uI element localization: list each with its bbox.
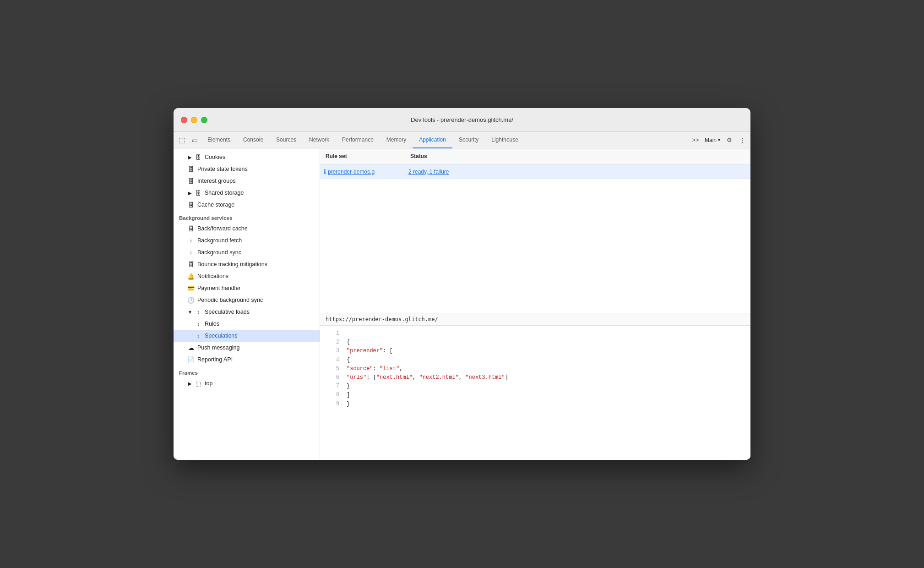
window-title: DevTools - prerender-demos.glitch.me/ <box>411 116 513 123</box>
speculations-icon: ↕ <box>195 332 202 339</box>
line-num-1: 1 <box>326 329 339 338</box>
sidebar-item-label: Background fetch <box>197 237 242 244</box>
top-frame-icon: ⬚ <box>195 380 202 387</box>
sidebar-item-payment-handler[interactable]: 💳 Payment handler <box>174 282 320 294</box>
more-options-button[interactable]: ⋮ <box>736 134 749 147</box>
devtools-tab-bar: ⬚ ▭ Elements Console Sources Network Per… <box>174 132 750 148</box>
sidebar-item-interest-groups[interactable]: 🗄 Interest groups <box>174 175 320 187</box>
sidebar-item-speculations[interactable]: ↕ Speculations <box>174 330 320 342</box>
table-header: Rule set Status <box>320 148 750 164</box>
sidebar-item-shared-storage[interactable]: 🗄 Shared storage <box>174 187 320 199</box>
line-content-6: "urls": ["next.html", "next2.html", "nex… <box>347 373 508 382</box>
sidebar-item-label: Back/forward cache <box>197 225 248 232</box>
reporting-api-icon: 📄 <box>187 356 195 363</box>
sidebar-item-label: Payment handler <box>197 285 241 291</box>
close-button[interactable] <box>181 117 187 123</box>
line-content-7: } <box>347 382 350 391</box>
inspector-icon[interactable]: ⬚ <box>175 134 188 147</box>
col-ruleset-header: Rule set <box>320 151 405 161</box>
sidebar-item-top[interactable]: ⬚ top <box>174 377 320 389</box>
json-code-area[interactable]: 1 2 { 3 "prerender": [ 4 <box>320 326 750 460</box>
line-content-5: "source": "list", <box>347 365 402 373</box>
settings-button[interactable]: ⚙ <box>723 134 736 147</box>
tab-elements[interactable]: Elements <box>201 132 237 148</box>
sidebar-item-label: Speculative loads <box>205 309 250 315</box>
tab-memory[interactable]: Memory <box>380 132 413 148</box>
sidebar-item-notifications[interactable]: 🔔 Notifications <box>174 270 320 282</box>
periodic-bg-sync-icon: 🕐 <box>187 296 195 304</box>
sidebar-item-cache-storage[interactable]: 🗄 Cache storage <box>174 199 320 211</box>
main-selector[interactable]: Main ▾ <box>702 136 723 144</box>
device-toolbar-icon[interactable]: ▭ <box>188 134 201 147</box>
tab-lighthouse[interactable]: Lighthouse <box>485 132 525 148</box>
back-forward-cache-icon: 🗄 <box>187 225 195 232</box>
tab-sources[interactable]: Sources <box>270 132 303 148</box>
line-num-8: 8 <box>326 391 339 399</box>
speculative-loads-arrow <box>187 309 193 315</box>
sidebar-item-label: Cache storage <box>197 202 234 208</box>
line-content-8: ] <box>347 391 350 399</box>
devtools-body: 🗄 Cookies 🗄 Private state tokens 🗄 Inter… <box>174 148 750 460</box>
tab-application[interactable]: Application <box>413 132 452 148</box>
background-services-header: Background services <box>174 211 320 223</box>
sidebar-item-label: Push messaging <box>197 344 239 351</box>
private-state-tokens-icon: 🗄 <box>187 165 195 173</box>
sidebar-item-label: Bounce tracking mitigations <box>197 261 267 268</box>
line-content-2: { <box>347 338 350 347</box>
sidebar-item-bounce-tracking[interactable]: 🗄 Bounce tracking mitigations <box>174 258 320 270</box>
code-line-5: 5 "source": "list", <box>320 365 750 373</box>
minimize-button[interactable] <box>191 117 197 123</box>
tab-performance[interactable]: Performance <box>336 132 380 148</box>
json-area: https://prerender-demos.glitch.me/ 1 2 {… <box>320 313 750 460</box>
tab-console[interactable]: Console <box>237 132 270 148</box>
sidebar-item-label: Cookies <box>205 154 225 160</box>
code-line-2: 2 { <box>320 338 750 347</box>
line-num-7: 7 <box>326 382 339 391</box>
cell-ruleset: ℹ prerender-demos.g <box>320 166 405 177</box>
cookies-icon: 🗄 <box>195 153 202 161</box>
shared-storage-arrow <box>187 190 193 196</box>
code-line-8: 8 ] <box>320 391 750 399</box>
sidebar-item-rules[interactable]: ↕ Rules <box>174 318 320 330</box>
sidebar-item-push-messaging[interactable]: ☁ Push messaging <box>174 342 320 354</box>
ruleset-link[interactable]: prerender-demos.g <box>328 169 375 175</box>
cell-status: 2 ready, 1 failure <box>405 167 750 177</box>
tab-network[interactable]: Network <box>303 132 336 148</box>
sidebar-item-cookies[interactable]: 🗄 Cookies <box>174 151 320 163</box>
maximize-button[interactable] <box>201 117 207 123</box>
sidebar-item-label: Interest groups <box>197 178 235 184</box>
push-messaging-icon: ☁ <box>187 344 195 351</box>
sidebar-item-label: Background sync <box>197 249 241 256</box>
sidebar-item-periodic-background-sync[interactable]: 🕐 Periodic background sync <box>174 294 320 306</box>
more-tabs-button[interactable]: >> <box>689 134 702 147</box>
code-line-7: 7 } <box>320 382 750 391</box>
sidebar-item-private-state-tokens[interactable]: 🗄 Private state tokens <box>174 163 320 175</box>
background-sync-icon: ↕ <box>187 249 195 256</box>
line-num-6: 6 <box>326 373 339 382</box>
sidebar-item-background-fetch[interactable]: ↕ Background fetch <box>174 235 320 246</box>
sidebar-item-label: Notifications <box>197 273 228 279</box>
sidebar-item-back-forward-cache[interactable]: 🗄 Back/forward cache <box>174 223 320 235</box>
code-line-9: 9 } <box>320 400 750 409</box>
interest-groups-icon: 🗄 <box>187 177 195 185</box>
sidebar-item-reporting-api[interactable]: 📄 Reporting API <box>174 354 320 366</box>
code-line-3: 3 "prerender": [ <box>320 347 750 355</box>
sidebar-item-label: top <box>205 380 212 387</box>
sidebar-item-background-sync[interactable]: ↕ Background sync <box>174 246 320 258</box>
code-line-4: 4 { <box>320 356 750 365</box>
payment-handler-icon: 💳 <box>187 284 195 292</box>
sidebar-item-label: Shared storage <box>205 190 244 196</box>
rules-icon: ↕ <box>195 320 202 328</box>
main-dropdown-icon: ▾ <box>718 137 720 142</box>
speculative-loads-icon: ↕ <box>195 308 202 316</box>
background-fetch-icon: ↕ <box>187 237 195 244</box>
frames-header: Frames <box>174 366 320 377</box>
table-row[interactable]: ℹ prerender-demos.g 2 ready, 1 failure <box>320 164 750 179</box>
info-icon: ℹ <box>324 168 326 175</box>
sidebar-item-speculative-loads[interactable]: ↕ Speculative loads <box>174 306 320 318</box>
top-arrow <box>187 381 193 386</box>
tab-security[interactable]: Security <box>452 132 485 148</box>
json-url-bar: https://prerender-demos.glitch.me/ <box>320 313 750 326</box>
main-label: Main <box>705 137 717 143</box>
status-link[interactable]: 2 ready, 1 failure <box>408 169 449 175</box>
